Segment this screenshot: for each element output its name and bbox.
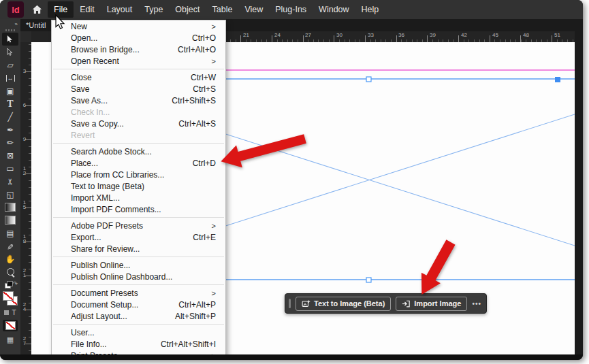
- menu-item-new[interactable]: New>: [52, 20, 225, 32]
- vertical-ruler[interactable]: 3 6 9 12 15 18 21 24 27: [20, 42, 31, 354]
- text-to-image-icon: [302, 299, 311, 308]
- tools-panel: » ▱ ↔ ▣ T ╱ ✒ ✏ ⊠ ▭ ✂ ◱: [0, 19, 20, 354]
- free-transform-tool-button[interactable]: ◱: [2, 188, 18, 201]
- selection-handle-top-right-filled[interactable]: [555, 77, 560, 82]
- screen-mode-icon: ▦: [7, 335, 14, 344]
- menu-item-check-in: Check In...: [52, 106, 225, 118]
- document-tab[interactable]: *Untitl: [20, 21, 46, 29]
- menu-file[interactable]: File: [48, 1, 74, 18]
- selection-handle-top-mid[interactable]: [366, 77, 371, 82]
- rectangle-tool-button[interactable]: ▭: [2, 162, 18, 175]
- menu-item-adobe-pdf-presets[interactable]: Adobe PDF Presets>: [52, 220, 225, 231]
- task-bar-grip[interactable]: [289, 299, 291, 308]
- menu-item-import-pdf-comments[interactable]: Import PDF Comments...: [52, 203, 225, 215]
- ruler-label: 48: [523, 32, 529, 38]
- ruler-label: 9: [22, 137, 27, 142]
- menu-object[interactable]: Object: [169, 1, 206, 18]
- ruler-label: 18: [22, 234, 27, 244]
- frame-diagonal-down[interactable]: [170, 116, 575, 246]
- menu-item-document-setup[interactable]: Document Setup...Ctrl+Alt+P: [52, 299, 225, 310]
- pen-tool-button[interactable]: ✒: [2, 123, 18, 136]
- menu-item-text-to-image[interactable]: Text to Image (Beta): [52, 180, 225, 192]
- text-to-image-button[interactable]: Text to Image (Beta): [296, 297, 391, 311]
- menu-item-place[interactable]: Place...Ctrl+D: [52, 157, 225, 169]
- menu-plugins[interactable]: Plug-Ins: [269, 1, 313, 18]
- menu-item-user[interactable]: User...: [52, 327, 225, 338]
- menu-item-share-for-review[interactable]: Share for Review...: [52, 243, 225, 254]
- menu-item-document-presets[interactable]: Document Presets>: [52, 287, 225, 299]
- menu-table[interactable]: Table: [206, 1, 238, 18]
- submenu-arrow-icon: >: [212, 22, 216, 31]
- swap-fill-stroke-icon[interactable]: ↷: [12, 281, 18, 287]
- menu-help[interactable]: Help: [355, 1, 385, 18]
- type-tool-icon: T: [7, 99, 13, 109]
- import-image-button[interactable]: Import Image: [396, 297, 467, 311]
- ruler-label: 27: [22, 336, 27, 346]
- selection-tool-button[interactable]: [2, 33, 18, 46]
- menu-type[interactable]: Type: [138, 1, 169, 18]
- hand-tool-button[interactable]: ✋: [2, 252, 18, 265]
- menu-item-browse-in-bridge[interactable]: Browse in Bridge...Ctrl+Alt+O: [52, 44, 225, 55]
- ruler-label: 42: [461, 32, 467, 38]
- ruler-label: 39: [430, 32, 436, 38]
- menu-view[interactable]: View: [238, 1, 269, 18]
- menu-item-close[interactable]: CloseCtrl+W: [52, 71, 225, 83]
- menu-separator: [53, 257, 224, 257]
- frame-tool-button[interactable]: ⊠: [2, 149, 18, 162]
- zoom-tool-icon: [7, 268, 14, 276]
- line-tool-button[interactable]: ╱: [2, 110, 18, 123]
- zoom-tool-button[interactable]: [2, 265, 18, 278]
- indesign-window: Id File Edit Layout Type Object Table Vi…: [0, 0, 583, 360]
- apply-none-icon: [5, 321, 16, 330]
- menu-item-publish-online[interactable]: Publish Online...: [52, 259, 225, 271]
- selection-tool-icon: [7, 35, 14, 44]
- panel-collapse-button[interactable]: »: [15, 19, 20, 27]
- fill-swatch-none[interactable]: [3, 291, 14, 301]
- apply-none-button[interactable]: [3, 320, 18, 331]
- gradient-feather-tool-button[interactable]: [2, 214, 18, 227]
- menu-layout[interactable]: Layout: [101, 1, 139, 18]
- page-tool-button[interactable]: ▱: [2, 59, 18, 71]
- home-icon: [32, 5, 42, 14]
- menu-item-adjust-layout[interactable]: Adjust Layout...Alt+Shift+P: [52, 310, 225, 322]
- menu-item-open[interactable]: Open...Ctrl+O: [52, 32, 225, 44]
- menu-item-save[interactable]: SaveCtrl+S: [52, 83, 225, 95]
- frame-diagonal-up[interactable]: [170, 114, 575, 244]
- fill-stroke-swatches[interactable]: [3, 291, 18, 305]
- note-tool-button[interactable]: ▤: [2, 227, 18, 239]
- menu-edit[interactable]: Edit: [74, 1, 101, 18]
- menu-item-import-xml[interactable]: Import XML...: [52, 192, 225, 203]
- rectangle-tool-icon: ▭: [6, 165, 14, 173]
- more-options-button[interactable]: •••: [472, 300, 481, 308]
- direct-selection-tool-button[interactable]: [2, 46, 18, 59]
- type-tool-button[interactable]: T: [2, 97, 18, 110]
- screen-mode-button[interactable]: ▦: [7, 335, 14, 344]
- menu-item-save-as[interactable]: Save As...Ctrl+Shift+S: [52, 95, 225, 106]
- scissors-tool-button[interactable]: ✂: [2, 175, 18, 188]
- ruler-origin-box[interactable]: [20, 31, 32, 42]
- pencil-tool-button[interactable]: ✏: [2, 136, 18, 149]
- gap-tool-button[interactable]: ↔: [2, 71, 18, 84]
- indesign-logo[interactable]: Id: [7, 1, 24, 18]
- eyedropper-tool-button[interactable]: ✐: [2, 239, 18, 252]
- menu-item-search-adobe-stock[interactable]: Search Adobe Stock...: [52, 146, 225, 157]
- menu-item-publish-online-dashboard[interactable]: Publish Online Dashboard...: [52, 271, 225, 282]
- content-collector-icon: ▣: [6, 87, 14, 95]
- default-fill-stroke-control[interactable]: ↷: [3, 281, 18, 289]
- formatting-affects-text-icon[interactable]: T: [12, 309, 16, 316]
- menu-window[interactable]: Window: [313, 1, 355, 18]
- gradient-tool-button[interactable]: [2, 201, 18, 214]
- ruler-label: 6: [22, 103, 27, 107]
- menu-item-file-info[interactable]: File Info...Ctrl+Alt+Shift+I: [52, 338, 225, 350]
- panel-grip[interactable]: [5, 29, 15, 31]
- menu-item-save-a-copy[interactable]: Save a Copy...Ctrl+Alt+S: [52, 118, 225, 129]
- menu-item-open-recent[interactable]: Open Recent>: [52, 55, 225, 67]
- menu-item-place-from-cc-libraries[interactable]: Place from CC Libraries...: [52, 169, 225, 180]
- page-tool-icon: ▱: [7, 61, 13, 69]
- formatting-affects-container-icon[interactable]: [4, 310, 9, 315]
- line-tool-icon: ╱: [7, 113, 12, 121]
- menu-item-export[interactable]: Export...Ctrl+E: [52, 231, 225, 243]
- content-collector-tool-button[interactable]: ▣: [2, 84, 18, 97]
- selection-handle-bottom-mid[interactable]: [366, 278, 371, 282]
- home-button[interactable]: [32, 5, 42, 14]
